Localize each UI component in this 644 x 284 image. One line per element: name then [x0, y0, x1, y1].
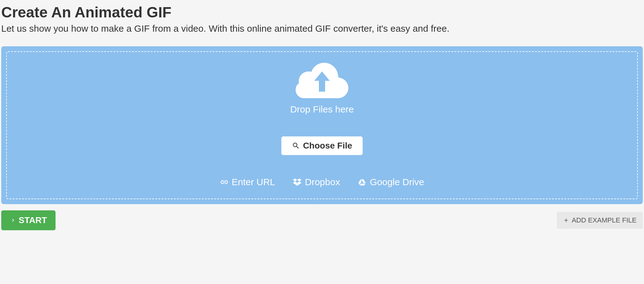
enter-url-label: Enter URL	[232, 177, 275, 187]
dropbox-link[interactable]: Dropbox	[293, 177, 340, 187]
dropbox-icon	[293, 178, 302, 186]
sources-row: Enter URL Dropbox Google Drive	[13, 177, 631, 187]
google-drive-icon	[357, 178, 367, 186]
search-icon	[292, 142, 300, 150]
chevron-right-icon	[10, 216, 16, 224]
add-example-file-button[interactable]: ADD EXAMPLE FILE	[557, 212, 643, 229]
choose-file-label: Choose File	[303, 141, 352, 151]
file-dropzone[interactable]: Drop Files here Choose File Enter URL Dr…	[1, 46, 643, 204]
plus-icon	[563, 217, 569, 223]
choose-file-button[interactable]: Choose File	[281, 136, 363, 155]
google-drive-link[interactable]: Google Drive	[357, 177, 424, 187]
drop-files-label: Drop Files here	[13, 104, 631, 115]
enter-url-link[interactable]: Enter URL	[220, 177, 275, 187]
dropbox-label: Dropbox	[305, 177, 340, 187]
start-label: START	[19, 215, 47, 225]
page-subtitle: Let us show you how to make a GIF from a…	[1, 23, 644, 34]
link-icon	[220, 178, 229, 186]
google-drive-label: Google Drive	[370, 177, 424, 187]
page-title: Create An Animated GIF	[1, 4, 644, 21]
add-example-label: ADD EXAMPLE FILE	[572, 216, 637, 224]
cloud-upload-icon	[296, 61, 348, 101]
bottom-actions-row: START ADD EXAMPLE FILE	[1, 210, 643, 230]
file-dropzone-inner: Drop Files here Choose File Enter URL Dr…	[6, 51, 638, 199]
start-button[interactable]: START	[1, 210, 56, 230]
